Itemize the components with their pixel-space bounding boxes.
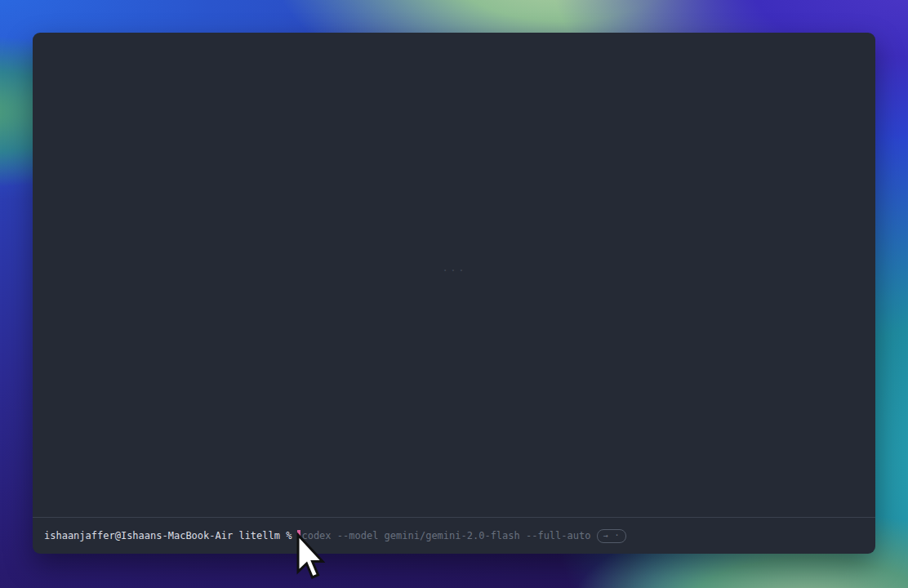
terminal-window[interactable]: ··· ishaanjaffer@Ishaans-MacBook-Air lit…: [33, 33, 875, 554]
shell-prompt: ishaanjaffer@Ishaans-MacBook-Air litellm…: [44, 530, 292, 541]
terminal-input-bar[interactable]: ishaanjaffer@Ishaans-MacBook-Air litellm…: [33, 517, 875, 554]
desktop-wallpaper: ··· ishaanjaffer@Ishaans-MacBook-Air lit…: [0, 0, 908, 588]
accept-suggestion-hint: → ·: [597, 529, 625, 543]
text-cursor: [297, 530, 300, 541]
terminal-scrollback: ···: [33, 33, 875, 517]
autosuggestion-text: codex --model gemini/gemini-2.0-flash --…: [301, 530, 590, 541]
loading-indicator: ···: [33, 264, 875, 276]
